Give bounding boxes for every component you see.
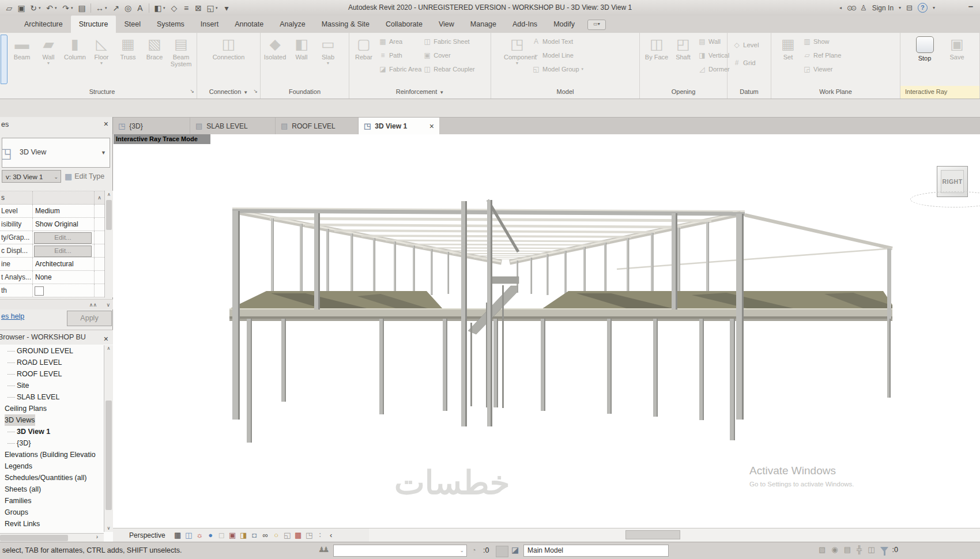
ribbon-button-save[interactable]: ▣Save	[941, 33, 973, 61]
search-icon[interactable]: ⊙⊙	[847, 4, 855, 12]
panel-label-interactive-ray[interactable]: Interactive Ray	[900, 86, 979, 99]
floor-slab[interactable]	[229, 291, 892, 321]
sign-in-button[interactable]: Sign In	[872, 4, 894, 12]
browser-horizontal-scrollbar[interactable]: ›	[0, 533, 104, 542]
properties-help-link[interactable]: es help	[1, 312, 24, 320]
ribbon-tab-modify[interactable]: Modify	[545, 16, 583, 33]
property-value[interactable]: Edit...	[33, 231, 94, 244]
default-3d-view-icon[interactable]: ◧	[152, 2, 164, 14]
browser-item-elevations-building-elevatio[interactable]: Elevations (Building Elevatio	[0, 449, 104, 460]
dropdown-caret-icon[interactable]: ▼	[88, 61, 115, 65]
ribbon-button-level[interactable]: ◇Level	[731, 40, 759, 49]
panel-label-model[interactable]: Model	[491, 86, 639, 99]
combo-caret-icon[interactable]: ⌄	[459, 547, 464, 553]
dialog-launcher-icon[interactable]: ↘	[190, 88, 194, 94]
ribbon-button-model-line[interactable]: ~Model Line	[530, 51, 583, 59]
editing-requests-icon[interactable]: ◔	[472, 546, 476, 554]
ribbon-button-wall[interactable]: ▤Wall	[696, 37, 730, 46]
sync-with-central-icon-caret[interactable]: ▾	[39, 6, 43, 10]
ribbon-button-connection[interactable]: ◫Connection	[210, 33, 247, 61]
reveal-hidden-elements-icon[interactable]: ○	[271, 529, 282, 542]
crop-visibility-icon[interactable]: ◨	[238, 529, 249, 542]
app-store-cart-icon[interactable]: ⊟	[906, 3, 913, 12]
text-icon[interactable]: A	[134, 2, 146, 14]
browser-item-roof-level[interactable]: ROOF LEVEL	[0, 368, 104, 380]
redo-icon[interactable]: ↷	[60, 2, 71, 14]
panel-label-opening[interactable]: Opening	[640, 86, 727, 99]
ribbon-button-rebar-coupler[interactable]: ◫Rebar Coupler	[421, 65, 475, 73]
ribbon-button-wall[interactable]: ▰Wall▼	[35, 33, 62, 65]
scroll-down-icon[interactable]: ∨	[104, 525, 113, 532]
worksharing-display-icon[interactable]: ▦	[293, 529, 304, 542]
browser-item-site[interactable]: Site	[0, 380, 104, 391]
property-value[interactable]: Edit...	[33, 244, 94, 257]
close-hidden-windows-icon[interactable]: ⊠	[193, 2, 204, 14]
view-tab-3d[interactable]: ◳{3D}	[113, 118, 190, 134]
browser-item-ground-level[interactable]: GROUND LEVEL	[0, 345, 104, 357]
panel-label-work-plane[interactable]: Work Plane	[771, 86, 900, 99]
workset-combo[interactable]: ⌄	[333, 545, 467, 557]
ribbon-button-show[interactable]: ▥Show	[801, 37, 841, 46]
ribbon-tab-collaborate[interactable]: Collaborate	[378, 16, 431, 33]
ribbon-button-path[interactable]: ≡Path	[377, 51, 421, 59]
select-pinned-icon[interactable]: ◉	[831, 545, 838, 554]
ribbon-button-stop[interactable]: Stop	[909, 33, 941, 62]
browser-item-ceiling-plans[interactable]: Ceiling Plans	[0, 403, 104, 414]
search-back-icon[interactable]: ◂	[839, 5, 842, 10]
ribbon-button-wall[interactable]: ◧Wall	[288, 33, 315, 61]
browser-item-3d-view-1[interactable]: 3D View 1	[0, 426, 104, 437]
scrollbar-thumb[interactable]	[105, 401, 112, 510]
temporary-hide-isolate-icon[interactable]: ∞	[260, 529, 271, 542]
ribbon-button-component[interactable]: ◳Component▼	[504, 33, 530, 65]
type-selector-caret-icon[interactable]: ▼	[101, 150, 106, 156]
print-icon[interactable]: ▤	[76, 2, 88, 14]
browser-item-families[interactable]: Families	[0, 495, 104, 507]
help-caret-icon[interactable]: ▾	[933, 5, 935, 10]
ribbon-tab-annotate[interactable]: Annotate	[227, 16, 272, 33]
measure-icon-caret[interactable]: ▾	[105, 6, 110, 10]
help-icon[interactable]: ?	[918, 3, 928, 13]
edit-button[interactable]: Edit...	[34, 245, 92, 257]
select-links-icon[interactable]: ▧	[819, 545, 826, 554]
browser-item-slab-level[interactable]: SLAB LEVEL	[0, 391, 104, 403]
thin-lines-icon[interactable]: ≡	[180, 2, 192, 14]
worksets-icon[interactable]: ♟♟	[318, 545, 327, 554]
ribbon-button-area[interactable]: ▦Area	[377, 37, 421, 46]
ribbon-tab-structure[interactable]: Structure	[71, 16, 116, 33]
dropdown-caret-icon[interactable]: ▾	[582, 67, 584, 71]
dropdown-caret-icon[interactable]: ▼	[35, 61, 62, 65]
minimize-button[interactable]: –	[968, 1, 973, 11]
crop-dim-icon[interactable]: ◻	[216, 529, 227, 542]
browser-item-groups[interactable]: Groups	[0, 507, 104, 518]
ribbon-button-by-face[interactable]: ◫By Face	[643, 33, 670, 61]
locked-view-icon[interactable]: ◘	[249, 529, 260, 542]
switch-windows-icon-caret[interactable]: ▾	[216, 6, 220, 10]
panel-caret-icon[interactable]: ▼	[439, 90, 444, 95]
tag-by-category-icon[interactable]: ◎	[122, 2, 134, 14]
dialog-launcher-icon[interactable]: ↘	[253, 88, 258, 94]
ribbon-button-shaft[interactable]: ◰Shaft	[670, 33, 696, 61]
background-processes-icon[interactable]: ◫	[868, 545, 875, 554]
collapse-chevrons-icon[interactable]: ∧	[94, 191, 104, 204]
ribbon-tab-analyze[interactable]: Analyze	[272, 16, 313, 33]
scrollbar-thumb[interactable]	[625, 530, 680, 539]
browser-item-3d[interactable]: {3D}	[0, 437, 104, 449]
undo-icon-caret[interactable]: ▾	[55, 6, 59, 10]
ribbon-tab-systems[interactable]: Systems	[149, 16, 193, 33]
view-filter-combo[interactable]: v: 3D View 1 ⌄	[2, 170, 61, 183]
ribbon-button-vertical[interactable]: ◨Vertical	[696, 51, 730, 59]
reveal-constraints-icon[interactable]: ∶	[315, 529, 326, 542]
drag-on-selection-icon[interactable]: ╬	[857, 545, 862, 554]
design-options-icon[interactable]: ◪	[511, 545, 519, 554]
browser-item-schedules-quantities-all[interactable]: Schedules/Quantities (all)	[0, 472, 104, 484]
undo-icon[interactable]: ↶	[44, 2, 55, 14]
ribbon-button-column[interactable]: ▮Column	[62, 33, 88, 61]
section-icon[interactable]: ◇	[168, 2, 180, 14]
save-icon[interactable]: ▣	[16, 2, 27, 14]
property-checkbox[interactable]	[35, 286, 44, 296]
apply-button[interactable]: Apply	[67, 311, 112, 326]
ribbon-button-model-text[interactable]: AModel Text	[530, 37, 583, 46]
view-tab-slab-level[interactable]: ▤SLAB LEVEL	[190, 118, 276, 134]
panel-label-datum[interactable]: Datum	[728, 86, 771, 99]
browser-item-revit-links[interactable]: Revit Links	[0, 518, 104, 530]
